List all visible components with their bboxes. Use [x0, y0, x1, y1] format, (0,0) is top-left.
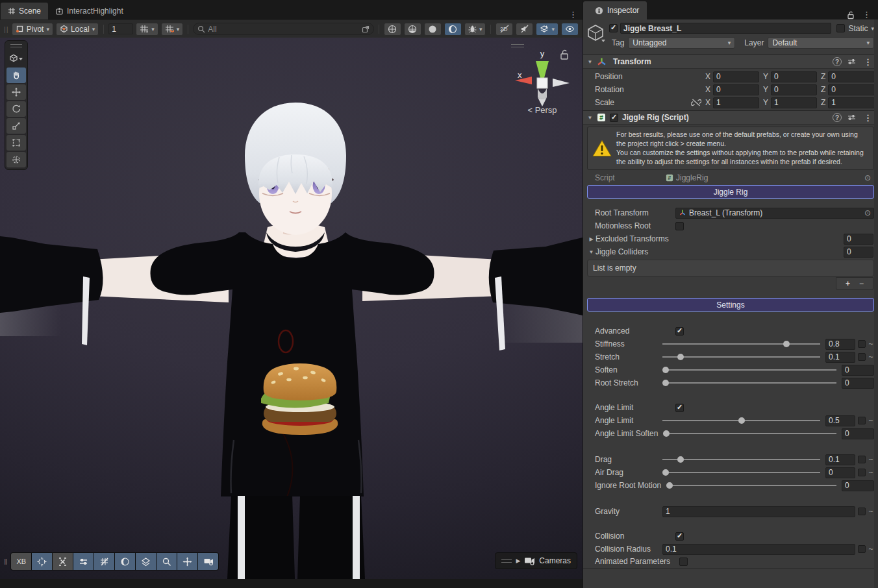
tool-context-dropdown[interactable] — [6, 51, 26, 66]
collision-checkbox[interactable] — [675, 532, 684, 541]
layers-button[interactable] — [136, 553, 156, 570]
air-drag-slider[interactable] — [662, 467, 820, 478]
jiggle-rig-button[interactable]: Jiggle Rig — [587, 185, 874, 199]
cameras-expand-icon[interactable]: ▶ — [516, 557, 520, 564]
cameras-overlay[interactable]: ▶ Cameras — [495, 552, 577, 569]
mixer-button[interactable] — [73, 553, 94, 570]
jiggle-rig-help-icon[interactable]: ? — [833, 113, 842, 122]
draw-mode-wireframe-icon[interactable] — [384, 23, 401, 36]
angle-limit-soften-slider[interactable] — [663, 428, 836, 439]
persp-toggle[interactable]: < Persp — [510, 105, 575, 115]
gameobject-active-checkbox[interactable] — [609, 24, 618, 32]
list-remove-button[interactable]: − — [859, 279, 864, 288]
angle-limit-slider[interactable] — [662, 415, 820, 426]
transform-presets-icon[interactable] — [847, 58, 856, 66]
rotation-z-field[interactable] — [828, 84, 875, 95]
root-stretch-field[interactable] — [842, 378, 874, 389]
ignore-root-motion-slider[interactable] — [666, 480, 836, 491]
collision-radius-anim-checkbox[interactable] — [858, 545, 866, 553]
excluded-size-field[interactable] — [844, 234, 873, 245]
inspector-menu-kebab-icon[interactable]: ⋮ — [860, 10, 873, 19]
grid-visibility-button[interactable]: ▾ — [136, 23, 158, 36]
grid-size-input[interactable] — [108, 23, 133, 34]
stretch-field[interactable] — [825, 352, 855, 363]
colliders-foldout-icon[interactable]: ▼ — [587, 249, 596, 255]
lock-icon[interactable] — [846, 10, 855, 19]
search-jump-icon[interactable] — [362, 25, 370, 33]
root-stretch-slider[interactable] — [662, 378, 836, 388]
search-input[interactable] — [208, 25, 359, 34]
angle-limit-anim-checkbox[interactable] — [858, 417, 866, 424]
stiffness-anim-checkbox[interactable] — [858, 340, 866, 348]
soften-slider[interactable] — [662, 365, 836, 375]
angle-limit-checkbox[interactable] — [675, 404, 684, 412]
scale-x-field[interactable] — [713, 97, 759, 108]
transform-kebab-icon[interactable]: ⋮ — [862, 57, 874, 67]
root-transform-picker-icon[interactable]: ⊙ — [864, 208, 871, 217]
script-picker-icon[interactable]: ⊙ — [864, 173, 871, 182]
moon-button[interactable] — [115, 553, 135, 570]
draw-mode-shaded-wire-icon[interactable] — [404, 23, 421, 36]
gravity-anim-checkbox[interactable] — [858, 508, 866, 515]
colliders-size-field[interactable] — [844, 247, 873, 258]
gameobject-name-field[interactable] — [620, 23, 831, 34]
camera-overlay-button[interactable] — [198, 553, 218, 570]
jiggle-rig-enabled-checkbox[interactable] — [610, 114, 618, 122]
position-x-field[interactable] — [713, 71, 759, 82]
interact-x-button[interactable] — [53, 553, 73, 570]
jiggle-rig-kebab-icon[interactable]: ⋮ — [862, 113, 874, 123]
tag-dropdown[interactable]: Untagged ▾ — [628, 37, 735, 49]
jiggle-colliders-row[interactable]: ▼ Jiggle Colliders — [583, 245, 878, 258]
jiggle-rig-header[interactable]: ▼ # Jiggle Rig (Script) ? ⋮ — [583, 110, 878, 125]
animated-parameters-checkbox[interactable] — [679, 557, 688, 566]
stretch-slider[interactable] — [662, 352, 820, 362]
toolbar-drag-handle[interactable]: || — [4, 25, 9, 33]
2d-toggle-icon[interactable]: 2D — [495, 23, 513, 36]
bottom-toolbar-handle[interactable]: ‖ — [4, 557, 7, 567]
scene-visibility-eye-icon[interactable] — [561, 23, 579, 36]
static-checkbox[interactable] — [836, 24, 845, 32]
position-z-field[interactable] — [828, 71, 875, 82]
rect-tool-button[interactable] — [6, 135, 26, 151]
debug-mode-button[interactable]: ▾ — [464, 23, 486, 36]
cameras-handle[interactable] — [501, 559, 512, 563]
effects-visibility-button[interactable]: ▾ — [536, 23, 558, 36]
air-drag-anim-checkbox[interactable] — [858, 469, 866, 476]
xb-button[interactable]: XB — [11, 553, 31, 570]
rotation-y-field[interactable] — [771, 84, 817, 95]
local-button[interactable]: Local ▾ — [56, 23, 99, 36]
scale-link-broken-icon[interactable] — [691, 98, 701, 107]
transform-foldout-icon[interactable]: ▼ — [586, 59, 594, 65]
motionless-root-checkbox[interactable] — [675, 222, 684, 230]
advanced-checkbox[interactable] — [675, 327, 684, 336]
jiggle-rig-foldout-icon[interactable]: ▼ — [586, 115, 594, 121]
zoom-button[interactable] — [157, 553, 177, 570]
ignore-root-motion-field[interactable] — [842, 480, 874, 491]
excluded-transforms-row[interactable]: ▶ Excluded Transforms — [583, 232, 878, 245]
rotation-x-field[interactable] — [713, 84, 759, 95]
soften-field[interactable] — [842, 365, 874, 376]
scene-search-field[interactable] — [193, 23, 374, 35]
layer-dropdown[interactable]: Default ▾ — [768, 37, 874, 49]
inspector-scrollbar[interactable] — [874, 19, 878, 588]
hatch-grid-button[interactable] — [94, 553, 114, 570]
tools-overlay-handle[interactable] — [10, 44, 22, 47]
gameobject-cube-icon[interactable] — [586, 23, 607, 43]
tab-inspector[interactable]: Inspector — [583, 1, 647, 19]
air-drag-field[interactable] — [825, 467, 855, 478]
scale-y-field[interactable] — [771, 97, 817, 108]
transform-help-icon[interactable]: ? — [833, 57, 842, 66]
stiffness-slider[interactable] — [662, 339, 820, 349]
gizmo-axes[interactable]: y x — [510, 47, 575, 112]
angle-limit-soften-field[interactable] — [842, 428, 874, 439]
draw-mode-shaded-icon[interactable] — [424, 23, 442, 36]
scale-tool-button[interactable] — [6, 118, 26, 134]
scene-lighting-icon[interactable] — [444, 23, 462, 36]
hand-tool-button[interactable] — [6, 67, 26, 83]
gravity-field[interactable] — [662, 506, 855, 517]
rotate-tool-button[interactable] — [6, 101, 26, 117]
scene-viewport[interactable]: y x < Persp ‖ XB — [0, 38, 583, 579]
stiffness-field[interactable] — [825, 339, 855, 350]
stretch-anim-checkbox[interactable] — [858, 353, 866, 361]
transform-tool-button[interactable] — [6, 152, 26, 167]
